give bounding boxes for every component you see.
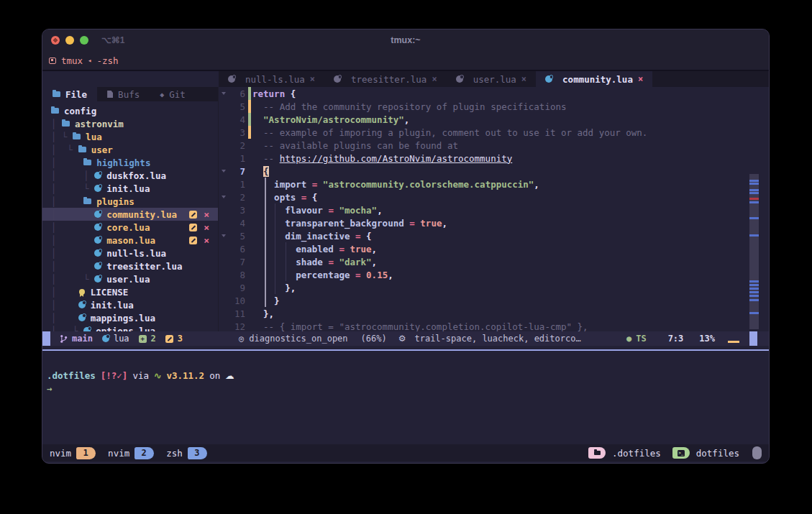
code-token: = xyxy=(339,244,345,254)
lua-file-icon xyxy=(94,172,101,179)
line-number: 11 xyxy=(228,308,245,319)
prompt-git-status: [!?✓] xyxy=(101,370,128,382)
tree-item-options.lua[interactable]: │ └ options.lua xyxy=(42,324,218,331)
scrollbar-mark xyxy=(749,284,759,286)
code-text: opts = { xyxy=(252,192,317,203)
tmux-window-1[interactable]: nvim1 xyxy=(50,447,96,459)
tree-guides: │ └ xyxy=(51,183,94,194)
tree-item-lua[interactable]: │ └ lua xyxy=(42,130,218,143)
session-bar[interactable]: tmux ◂ -zsh xyxy=(42,51,769,71)
tree-item-mappings.lua[interactable]: │ mappings.lua xyxy=(42,311,218,324)
lua-file-icon xyxy=(83,327,91,331)
git-added-segment: + 2 xyxy=(139,334,156,344)
sidebar-tab-git[interactable]: ◆Git xyxy=(150,87,196,101)
scrollbar-mark xyxy=(749,201,759,203)
sidebar-tab-bufs[interactable]: Bufs xyxy=(97,87,150,101)
fold-column[interactable] xyxy=(219,234,228,237)
editor-tab-treesitter.lua[interactable]: treesitter.lua× xyxy=(324,71,447,87)
scrollbar-mark xyxy=(749,295,759,297)
tree-item-init.lua[interactable]: │ init.lua xyxy=(42,298,218,311)
scrollbar-mark xyxy=(749,192,759,194)
editor-tab-null-ls.lua[interactable]: null-ls.lua× xyxy=(219,71,324,87)
nvim-main-area: FileBufs◆Git config│ astronvim│ └ lua│ └… xyxy=(42,87,769,331)
git-branch-segment[interactable]: main xyxy=(60,334,93,344)
tmux-window-name: nvim xyxy=(108,448,129,459)
code-text: -- available plugins can be found at xyxy=(252,140,458,151)
close-buffer-icon[interactable]: × xyxy=(204,236,209,245)
tree-item-label: null-ls.lua xyxy=(106,248,166,259)
tree-item-astronvim[interactable]: │ astronvim xyxy=(42,117,218,130)
code-line: 12 -- { import = "astrocommunity.complet… xyxy=(219,320,769,331)
tree-guides: │ xyxy=(51,261,94,272)
lua-file-icon xyxy=(94,275,101,283)
code-token xyxy=(317,179,323,190)
code-url-link[interactable]: https://github.com/AstroNvim/astrocommun… xyxy=(280,153,513,164)
tree-item-core.lua[interactable]: │ core.lua× xyxy=(42,221,218,234)
tree-guides: │ xyxy=(51,248,94,259)
code-token: { xyxy=(366,231,372,242)
code-token: shade xyxy=(296,257,323,267)
tree-item-mason.lua[interactable]: │ mason.lua× xyxy=(42,234,218,247)
code-token xyxy=(252,114,263,125)
git-sign xyxy=(248,294,251,307)
line-number: 1 xyxy=(228,179,245,190)
minimize-window-button[interactable] xyxy=(65,36,74,45)
fold-column[interactable] xyxy=(219,196,228,198)
code-token xyxy=(285,88,291,99)
minimap-scrollbar[interactable] xyxy=(749,174,759,329)
zoom-window-button[interactable] xyxy=(80,36,88,45)
prompt-arrow-icon: → xyxy=(47,382,53,395)
tree-item-treesitter.lua[interactable]: │ treesitter.lua xyxy=(42,260,218,272)
active-linters: trail-space, luacheck, editorco… xyxy=(414,334,580,344)
fold-column[interactable] xyxy=(219,92,228,95)
buffer-tabs: null-ls.lua×treesitter.lua×user.lua×comm… xyxy=(219,71,652,87)
tree-item-highlights[interactable]: │ highlights xyxy=(42,156,218,169)
treesitter-dot-icon: ● xyxy=(626,334,631,344)
fold-column[interactable] xyxy=(219,170,228,173)
code-text: dim_inactive = { xyxy=(252,231,372,242)
git-sign xyxy=(248,203,251,216)
shell-pane[interactable]: .dotfiles [!?✓] via ∿ v3.11.2 on ☁ → xyxy=(42,351,769,444)
close-buffer-icon[interactable]: × xyxy=(204,223,209,232)
tree-item-config[interactable]: config xyxy=(42,104,218,117)
tree-item-user[interactable]: │ └ user xyxy=(42,143,218,156)
tmux-window-2[interactable]: nvim2 xyxy=(108,447,154,459)
scroll-percent: 13% xyxy=(699,334,715,344)
tree-item-plugins[interactable]: │ plugins xyxy=(42,195,218,208)
tmux-window-index-badge: 2 xyxy=(134,447,154,459)
tmux-window-3[interactable]: zsh3 xyxy=(166,447,207,459)
tree-item-init.lua[interactable]: │ └ init.lua xyxy=(42,182,218,195)
close-buffer-icon[interactable]: × xyxy=(204,210,209,219)
tab-label: null-ls.lua xyxy=(245,74,305,85)
close-window-button[interactable] xyxy=(51,36,60,45)
tmux-session-name[interactable]: dotfiles xyxy=(696,448,739,459)
python-version: v3.11.2 xyxy=(166,370,204,382)
lua-file-icon xyxy=(94,224,101,231)
indent-guide xyxy=(275,203,275,294)
tree-item-community.lua[interactable]: │ community.lua× xyxy=(42,208,218,221)
tmux-status-right: .dotfiles >_ dotfiles xyxy=(588,446,762,459)
tree-item-user.lua[interactable]: │ └ user.lua xyxy=(42,272,218,285)
lua-file-icon xyxy=(94,262,101,270)
shell-input-line[interactable]: → xyxy=(47,382,765,395)
close-icon[interactable]: × xyxy=(521,74,526,84)
sidebar-tab-file[interactable]: File xyxy=(42,87,97,101)
close-icon[interactable]: × xyxy=(432,74,437,84)
code-editor[interactable]: 6return {5 -- Add the community reposito… xyxy=(219,87,769,331)
tree-item-duskfox.lua[interactable]: │ │ duskfox.lua xyxy=(42,169,218,182)
tree-item-label: plugins xyxy=(96,196,134,207)
close-icon[interactable]: × xyxy=(638,74,643,84)
close-icon[interactable]: × xyxy=(310,74,315,84)
folder-icon xyxy=(62,121,70,127)
tree-item-label: community.lua xyxy=(106,209,177,220)
tree-item-null-ls.lua[interactable]: │ null-ls.lua xyxy=(42,247,218,260)
tree-item-LICENSE[interactable]: │ LICENSE xyxy=(42,285,218,298)
editor-tab-user.lua[interactable]: user.lua× xyxy=(447,71,536,87)
scrollbar-mark xyxy=(749,217,759,219)
gear-icon: ⚙ xyxy=(398,334,406,344)
tmux-window-index-badge: 1 xyxy=(76,447,96,459)
editor-tab-community.lua[interactable]: community.lua× xyxy=(536,71,652,87)
sidebar-tab-label: Git xyxy=(169,89,186,100)
tree-guides: │ xyxy=(51,287,78,298)
tmux-session-path[interactable]: .dotfiles xyxy=(612,448,661,459)
